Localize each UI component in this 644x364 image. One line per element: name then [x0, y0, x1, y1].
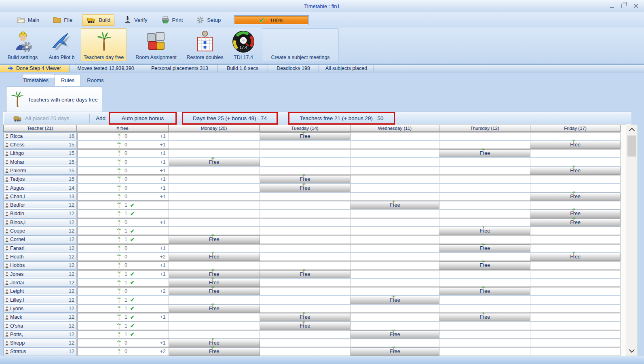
close-icon[interactable] — [633, 3, 638, 8]
table-row[interactable]: Augus 14 0 ✔ +1 Free Free Free Free Free — [3, 184, 621, 192]
restore-doubles-button[interactable]: Restore doubles — [185, 28, 225, 61]
restore-icon[interactable] — [621, 4, 626, 8]
teacher-cell[interactable]: Coope 12 — [3, 227, 77, 235]
day-cell-tuesday[interactable]: Free — [260, 279, 351, 287]
day-cell-friday[interactable]: Free — [530, 149, 621, 157]
free-count-cell[interactable]: 1 ✔ — [77, 201, 169, 209]
teacher-cell[interactable]: Lyons 12 — [3, 305, 77, 313]
day-cell-wednesday[interactable]: Free — [351, 313, 439, 321]
day-cell-wednesday[interactable]: Free — [351, 201, 439, 209]
day-cell-monday[interactable]: Free — [169, 158, 260, 166]
day-cell-friday[interactable]: Free — [530, 313, 621, 321]
day-cell-monday[interactable]: Free — [169, 184, 260, 192]
day-cell-wednesday[interactable]: Free — [351, 141, 439, 149]
day-cell-monday[interactable]: Free — [169, 132, 260, 140]
table-row[interactable]: Hobbs 12 0 ✔ +1 Free Free Free Free Free — [3, 261, 621, 270]
free-count-cell[interactable]: 0 ✔ +1 — [77, 149, 169, 157]
table-row[interactable]: Lithgo 15 0 ✔ +1 Free Free Free Free Fre… — [3, 149, 621, 158]
auto-pilot-button[interactable]: Auto Pilot b — [43, 28, 80, 61]
day-cell-friday[interactable]: Free — [530, 261, 621, 269]
day-cell-thursday[interactable]: Free — [439, 193, 530, 201]
day-cell-wednesday[interactable]: Free — [351, 227, 439, 235]
free-count-cell[interactable]: 1 ✔ — [77, 305, 169, 313]
day-cell-thursday[interactable]: Free — [439, 175, 530, 183]
table-row[interactable]: Jones 12 1 ✔ +1 Free Free Free Free Free — [3, 270, 621, 278]
tdi-button[interactable]: 17.4 TDI 17.4 — [226, 28, 261, 61]
day-cell-wednesday[interactable]: Free — [351, 244, 439, 252]
day-cell-thursday[interactable]: Free — [439, 313, 530, 321]
table-row[interactable]: Fanari 12 0 ✔ +1 Free Free Free Free Fre… — [3, 244, 621, 252]
day-cell-wednesday[interactable]: Free — [351, 132, 439, 140]
day-cell-wednesday[interactable]: Free — [351, 270, 439, 278]
ribbon-tab-setup[interactable]: Setup — [192, 14, 225, 26]
table-row[interactable]: Cornel 12 1 ✔ Free Free Free Free Free — [3, 235, 621, 244]
teacher-cell[interactable]: Mack 12 — [3, 313, 77, 321]
status-done-step[interactable]: Done:Step 4 Viewer — [0, 65, 70, 72]
table-row[interactable]: Chess 15 0 ✔ +1 Free Free Free Free Free — [3, 140, 621, 149]
table-row[interactable]: O'sha 12 1 ✔ Free Free Free Free Free — [3, 322, 621, 330]
day-cell-thursday[interactable]: Free — [439, 244, 530, 252]
free-count-cell[interactable]: 0 ✔ +2 — [77, 287, 169, 295]
day-cell-friday[interactable]: Free — [530, 287, 621, 295]
day-cell-friday[interactable]: Free — [530, 167, 621, 175]
day-cell-thursday[interactable]: Free — [439, 227, 530, 235]
day-cell-friday[interactable]: Free — [530, 141, 621, 149]
day-cell-thursday[interactable]: Free — [439, 339, 530, 347]
table-row[interactable]: Tedjos 15 0 ✔ +1 Free Free Free Free Fre… — [3, 175, 621, 184]
table-row[interactable]: Coope 12 1 ✔ Free Free Free Free Free — [3, 226, 621, 235]
column-header-friday[interactable]: Friday (17) — [530, 125, 621, 132]
day-cell-friday[interactable]: Free — [530, 296, 621, 304]
day-cell-wednesday[interactable]: Free — [351, 158, 439, 166]
teacher-cell[interactable]: Lilley,I 12 — [3, 296, 77, 304]
free-count-cell[interactable]: 1 ✔ — [77, 330, 169, 339]
day-cell-wednesday[interactable]: Free — [351, 261, 439, 269]
day-cell-monday[interactable]: Free — [169, 210, 260, 218]
day-cell-thursday[interactable]: Free — [439, 201, 530, 209]
table-row[interactable]: Binos,I 12 0 ✔ +1 Free Free Free Free Fr… — [3, 218, 621, 226]
free-count-cell[interactable]: 1 ✔ — [77, 210, 169, 218]
rule-tab-teachers-days-free[interactable]: Teachers with entire days free — [6, 87, 102, 112]
free-count-cell[interactable]: 0 ✔ +1 — [77, 218, 169, 226]
free-count-cell[interactable]: 0 ✔ +1 — [77, 261, 169, 269]
table-row[interactable]: Stratus 12 0 ✔ +2 Free Free Free Free Fr… — [3, 347, 621, 356]
column-header-free[interactable]: # free — [77, 125, 169, 132]
teacher-cell[interactable]: Shepp 12 — [3, 339, 77, 347]
day-cell-friday[interactable]: Free — [530, 235, 621, 243]
day-cell-monday[interactable]: Free — [169, 322, 260, 330]
day-cell-monday[interactable]: Free — [169, 347, 260, 356]
day-cell-tuesday[interactable]: Free — [260, 347, 351, 356]
day-cell-tuesday[interactable]: Free — [260, 218, 351, 226]
day-cell-friday[interactable]: Free — [530, 253, 621, 261]
table-row[interactable]: Lyons 12 1 ✔ Free Free Free Free Free — [3, 304, 621, 313]
day-cell-friday[interactable]: Free — [530, 305, 621, 313]
table-row[interactable]: Bedfor 12 1 ✔ Free Free Free Free Free — [3, 201, 621, 210]
day-cell-wednesday[interactable]: Free — [351, 184, 439, 192]
room-assignment-button[interactable]: Room Assignment — [128, 28, 184, 61]
day-cell-tuesday[interactable]: Free — [260, 287, 351, 295]
vertical-scrollbar[interactable] — [626, 125, 638, 356]
table-row[interactable]: Heath 12 0 ✔ +2 Free Free Free Free Free — [3, 252, 621, 261]
column-header-teacher[interactable]: Teacher (21) — [3, 125, 77, 132]
day-cell-friday[interactable]: Free — [530, 175, 621, 183]
day-cell-friday[interactable]: Free — [530, 339, 621, 347]
column-header-thursday[interactable]: Thursday (12) — [439, 125, 530, 132]
day-cell-monday[interactable]: Free — [169, 201, 260, 209]
day-cell-wednesday[interactable]: Free — [351, 296, 439, 304]
free-count-cell[interactable]: 1 ✔ +1 — [77, 270, 169, 278]
teacher-cell[interactable]: O'sha 12 — [3, 322, 77, 330]
free-count-cell[interactable]: 1 ✔ — [77, 296, 169, 304]
day-cell-wednesday[interactable]: Free — [351, 210, 439, 218]
day-cell-wednesday[interactable]: Free — [351, 167, 439, 175]
table-row[interactable]: Mack 12 1 ✔ +1 Free Free Free Free Free — [3, 313, 621, 322]
day-cell-thursday[interactable]: Free — [439, 270, 530, 278]
day-cell-friday[interactable]: Free — [530, 270, 621, 278]
free-count-cell[interactable]: 0 ✔ +2 — [77, 253, 169, 261]
day-cell-monday[interactable]: Free — [169, 193, 260, 201]
free-count-cell[interactable]: 1 ✔ — [77, 235, 169, 243]
day-cell-friday[interactable]: Free — [530, 322, 621, 330]
day-cell-thursday[interactable]: Free — [439, 167, 530, 175]
add-button[interactable]: Add — [96, 112, 106, 124]
table-row[interactable]: Biddin 12 1 ✔ Free Free Free Free Free — [3, 210, 621, 218]
teacher-cell[interactable]: Chan,I 13 — [3, 193, 77, 201]
day-cell-monday[interactable]: Free — [169, 218, 260, 226]
